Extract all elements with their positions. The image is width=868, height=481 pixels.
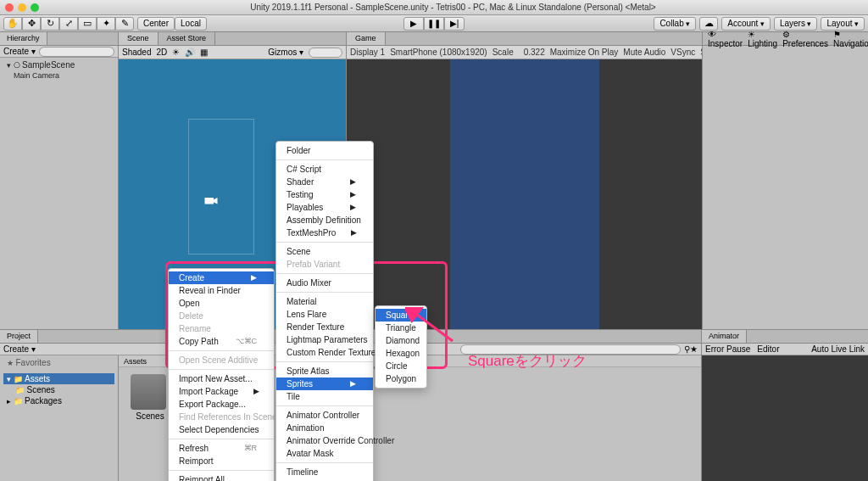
assets-root[interactable]: ▾ 📁 Assets <box>3 373 114 384</box>
tab-hierarchy[interactable]: Hierarchy <box>0 32 47 45</box>
tab-inspector[interactable]: 👁 Inspector <box>708 30 743 48</box>
animator-body[interactable] <box>702 355 868 481</box>
editor-dropdown[interactable]: Editor <box>757 344 779 354</box>
mi-import-package[interactable]: Import Package▶ <box>169 385 274 398</box>
mi-copy-path[interactable]: Copy Path⌥⌘C <box>169 335 274 348</box>
mi-sprites[interactable]: Sprites▶ <box>276 378 373 390</box>
folder-scenes[interactable]: 📁 Scenes <box>3 384 114 395</box>
mi-sprite-atlas[interactable]: Sprite Atlas <box>276 365 373 378</box>
mi-triangle[interactable]: Triangle <box>376 322 426 334</box>
hierarchy-item-main-camera[interactable]: Main Camera <box>3 70 114 81</box>
mi-reimport[interactable]: Reimport <box>169 455 274 467</box>
scene-fx-toggle[interactable]: ▦ <box>200 48 208 57</box>
tab-navigation[interactable]: ⚑ Navigation <box>833 30 868 48</box>
mi-export-package[interactable]: Export Package... <box>169 398 274 411</box>
maximize-on-play[interactable]: Maximize On Play <box>550 48 619 57</box>
scene-search[interactable] <box>309 48 342 58</box>
hierarchy-search[interactable] <box>39 47 114 57</box>
aspect-dropdown[interactable]: SmartPhone (1080x1920) <box>390 48 487 57</box>
scene-root[interactable]: ▾ ⎔ SampleScene <box>3 59 114 70</box>
tab-scene[interactable]: Scene <box>119 32 159 45</box>
mi-custom-render-texture[interactable]: Custom Render Texture <box>276 346 373 359</box>
mute-audio[interactable]: Mute Audio <box>623 48 665 57</box>
mi-reimport-all[interactable]: Reimport All <box>169 473 274 481</box>
transform-tool[interactable]: ✦ <box>97 17 115 31</box>
hand-tool[interactable]: ✋ <box>3 17 22 31</box>
project-filter-icon[interactable]: ⚲ <box>684 344 690 354</box>
favorites-header[interactable]: ★ Favorites <box>3 357 114 368</box>
tab-lighting[interactable]: ☀ Lighting <box>748 30 777 48</box>
mi-avatar-mask[interactable]: Avatar Mask <box>276 447 373 460</box>
mi-square[interactable]: Square <box>376 309 426 322</box>
close-window-button[interactable] <box>5 3 14 12</box>
mi-refresh[interactable]: Refresh⌘R <box>169 442 274 455</box>
mi-assembly-definition[interactable]: Assembly Definition <box>276 214 373 227</box>
tab-project[interactable]: Project <box>0 330 38 343</box>
mi-circle[interactable]: Circle <box>376 360 426 372</box>
hierarchy-create-dropdown[interactable]: Create ▾ <box>3 47 36 56</box>
pivot-center-toggle[interactable]: Center <box>137 17 175 31</box>
mi-folder[interactable]: Folder <box>276 144 373 157</box>
step-button[interactable]: ▶| <box>444 17 465 31</box>
packages-root[interactable]: ▸ 📁 Packages <box>3 395 114 406</box>
scene-light-toggle[interactable]: ☀ <box>172 48 180 57</box>
game-view[interactable] <box>347 59 702 329</box>
mi-material[interactable]: Material <box>276 295 373 308</box>
move-tool[interactable]: ✥ <box>22 17 41 31</box>
mi-animation[interactable]: Animation <box>276 422 373 434</box>
mi-lens-flare[interactable]: Lens Flare <box>276 308 373 321</box>
tab-asset-store[interactable]: Asset Store <box>159 32 216 45</box>
minimize-window-button[interactable] <box>18 3 26 12</box>
display-dropdown[interactable]: Display 1 <box>350 48 385 57</box>
mi-animator-override-controller[interactable]: Animator Override Controller <box>276 434 373 447</box>
mi-testing[interactable]: Testing▶ <box>276 188 373 201</box>
mi-csharp-script[interactable]: C# Script <box>276 163 373 176</box>
auto-live-link[interactable]: Auto Live Link <box>811 344 865 354</box>
mi-diamond[interactable]: Diamond <box>376 334 426 347</box>
project-create-dropdown[interactable]: Create ▾ <box>3 344 36 354</box>
mi-audio-mixer[interactable]: Audio Mixer <box>276 277 373 289</box>
mi-shader[interactable]: Shader▶ <box>276 176 373 188</box>
mi-select-dependencies[interactable]: Select Dependencies <box>169 423 274 436</box>
asset-label: Scenes <box>131 411 170 421</box>
mi-open[interactable]: Open <box>169 297 274 310</box>
collab-dropdown[interactable]: Collab ▾ <box>654 17 696 31</box>
local-global-toggle[interactable]: Local <box>175 17 207 31</box>
mi-timeline[interactable]: Timeline <box>276 466 373 478</box>
mi-create[interactable]: Create▶ <box>169 271 274 284</box>
layout-dropdown[interactable]: Layout ▾ <box>821 17 865 31</box>
mi-textmeshpro[interactable]: TextMeshPro▶ <box>276 227 373 239</box>
mi-render-texture[interactable]: Render Texture <box>276 321 373 333</box>
mi-reveal-in-finder[interactable]: Reveal in Finder <box>169 284 274 297</box>
mi-polygon[interactable]: Polygon <box>376 372 426 385</box>
rect-tool[interactable]: ▭ <box>78 17 97 31</box>
pause-button[interactable]: ❚❚ <box>424 17 444 31</box>
tab-game[interactable]: Game <box>347 32 386 45</box>
shaded-dropdown[interactable]: Shaded <box>122 48 151 57</box>
vsync-toggle[interactable]: VSync <box>670 48 695 57</box>
mi-lightmap-parameters[interactable]: Lightmap Parameters <box>276 333 373 346</box>
game-panel: Game Display 1 SmartPhone (1080x1920) Sc… <box>346 32 702 329</box>
scene-audio-toggle[interactable]: 🔊 <box>185 48 195 57</box>
custom-tool[interactable]: ✎ <box>115 17 134 31</box>
project-star-icon[interactable]: ★ <box>690 344 698 354</box>
cloud-button[interactable]: ☁ <box>699 17 718 31</box>
mi-scene[interactable]: Scene <box>276 245 373 258</box>
maximize-window-button[interactable] <box>31 3 39 12</box>
account-dropdown[interactable]: Account ▾ <box>721 17 771 31</box>
asset-scenes-folder[interactable]: Scenes <box>131 374 170 421</box>
error-pause-toggle[interactable]: Error Pause <box>705 344 750 354</box>
mi-import-new-asset[interactable]: Import New Asset... <box>169 372 274 385</box>
mi-playables[interactable]: Playables▶ <box>276 201 373 214</box>
gizmos-dropdown[interactable]: Gizmos ▾ <box>268 48 303 57</box>
2d-toggle[interactable]: 2D <box>156 48 167 57</box>
layers-dropdown[interactable]: Layers ▾ <box>774 17 818 31</box>
tab-preferences[interactable]: ⚙ Preferences <box>782 30 828 48</box>
mi-hexagon[interactable]: Hexagon <box>376 347 426 360</box>
scale-tool[interactable]: ⤢ <box>59 17 78 31</box>
rotate-tool[interactable]: ↻ <box>41 17 59 31</box>
play-button[interactable]: ▶ <box>403 17 424 31</box>
tab-animator[interactable]: Animator <box>702 330 747 343</box>
mi-tile[interactable]: Tile <box>276 390 373 403</box>
mi-animator-controller[interactable]: Animator Controller <box>276 409 373 422</box>
